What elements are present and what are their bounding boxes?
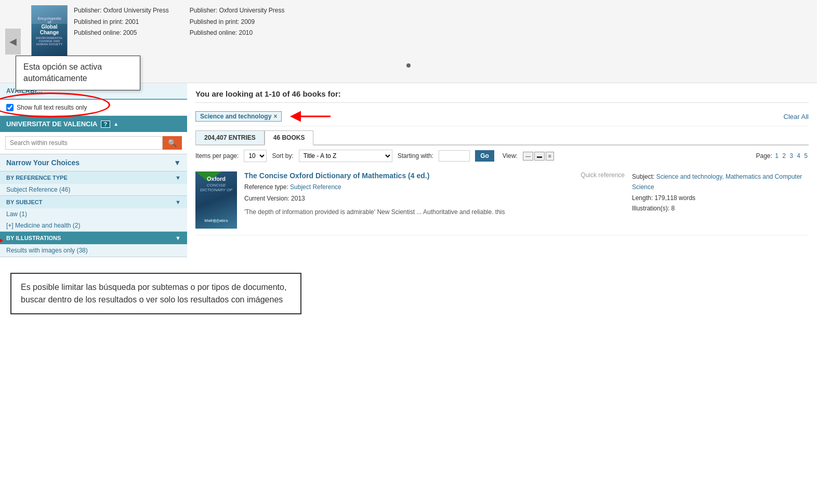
narrow-toggle-icon: ▼ — [174, 158, 181, 167]
go-button[interactable]: Go — [475, 150, 494, 162]
page-navigation: Page: 1 2 3 4 5 — [756, 152, 809, 160]
institution-toggle-icon: ▲ — [113, 121, 118, 127]
institution-name: UNIVERSITAT DE VALENCIA — [6, 120, 98, 128]
book-result-1: Oxford CONCISE DICTIONARY OF Mathematics… — [195, 165, 809, 235]
view-grid-icon[interactable]: ▬ — [534, 152, 545, 161]
filter-tags-row: Science and technology × Clear All — [195, 107, 809, 126]
full-text-checkbox-row: Esta opción se activa automáticamente Sh… — [0, 100, 187, 116]
carousel-book-2: Publisher: Oxford University Press Publi… — [190, 5, 285, 39]
institution-bar[interactable]: UNIVERSITAT DE VALENCIA ? ▲ — [0, 116, 187, 132]
book-meta-2: Publisher: Oxford University Press Publi… — [190, 5, 285, 39]
filter-tag-close-button[interactable]: × — [273, 113, 277, 120]
tooltip-bottom-box: Es posible limitar las búsqueda por subt… — [10, 273, 301, 314]
narrow-illustrations-section: BY ILLUSTRATIONS ▼ Results with images o… — [0, 232, 187, 257]
book-description: 'The depth of information provided is ad… — [244, 207, 625, 217]
narrow-subject-header[interactable]: BY SUBJECT ▼ — [0, 196, 187, 208]
view-label: View: — [503, 152, 518, 160]
results-header: You are looking at 1-10 of 46 books for: — [195, 83, 809, 103]
tabs-row: 204,407 ENTRIES 46 BOOKS — [195, 130, 809, 145]
sidebar: AVAILABI... Esta opción se activa automá… — [0, 83, 187, 273]
view-icons-group: — ▬ ≡ — [523, 152, 554, 161]
clear-all-button[interactable]: Clear All — [784, 113, 809, 121]
narrow-ref-type-section: BY REFERENCE TYPE ▼ Subject Reference (4… — [0, 171, 187, 196]
book-cover-1[interactable]: Encyclopedia of Global Change ENVIRONMEN… — [31, 5, 68, 57]
narrow-subject-item-2[interactable]: [+] Medicine and health (2) — [0, 220, 187, 231]
main-layout: AVAILABI... Esta opción se activa automá… — [0, 83, 817, 273]
carousel-dot-1[interactable] — [406, 63, 411, 68]
narrow-illustrations-header[interactable]: BY ILLUSTRATIONS ▼ — [0, 232, 187, 244]
starting-with-label: Starting with: — [398, 152, 433, 160]
book-meta-1: Publisher: Oxford University Press Publi… — [74, 5, 169, 57]
book-result-right-1: Subject: Science and technology, Mathema… — [632, 171, 809, 229]
narrow-ref-type-item-1[interactable]: Subject Reference (46) — [0, 184, 187, 195]
narrow-choices-title[interactable]: Narrow Your Choices ▼ — [0, 154, 187, 171]
book-result-cover-1[interactable]: Oxford CONCISE DICTIONARY OF Mathematics… — [195, 171, 237, 229]
book-title-link[interactable]: The Concise Oxford Dictionary of Mathema… — [244, 171, 625, 180]
narrow-ref-type-arrow: ▼ — [175, 175, 181, 181]
narrow-ref-type-header[interactable]: BY REFERENCE TYPE ▼ — [0, 171, 187, 184]
narrow-choices-section: Narrow Your Choices ▼ BY REFERENCE TYPE … — [0, 154, 187, 257]
filter-tag-science: Science and technology × — [195, 111, 282, 122]
illustrations-item-1[interactable]: Results with images only (38) — [0, 244, 187, 257]
starting-with-input[interactable] — [439, 150, 470, 162]
cover-logo-text: CONCISE DICTIONARY OF — [195, 183, 237, 192]
content-area: You are looking at 1-10 of 46 books for:… — [187, 83, 817, 235]
search-icon: 🔍 — [168, 139, 177, 147]
page-4-link[interactable]: 4 — [797, 152, 800, 160]
cover-oxford-text: Oxford — [195, 176, 237, 182]
institution-help-badge[interactable]: ? — [101, 121, 111, 128]
search-within-input[interactable] — [5, 136, 163, 150]
search-within-row: 🔍 — [5, 136, 182, 150]
illustrations-toggle-icon: ▼ — [175, 235, 181, 241]
page-1-link[interactable]: 1 — [775, 152, 779, 160]
sort-by-select[interactable]: Title - A to Z — [299, 150, 392, 162]
narrow-subject-item-1[interactable]: Law (1) — [0, 208, 187, 220]
carousel-prev-button[interactable]: ◀ — [5, 29, 21, 55]
items-per-page-label: Items per page: — [195, 152, 239, 160]
search-within-button[interactable]: 🔍 — [163, 136, 182, 150]
chevron-left-icon: ◀ — [9, 36, 17, 47]
book-result-meta-1: Reference type: Subject Reference Curren… — [244, 182, 625, 204]
page-2-link[interactable]: 2 — [782, 152, 786, 160]
page-5-link[interactable]: 5 — [804, 152, 808, 160]
full-text-label: Show full text results only — [17, 104, 87, 111]
book-result-info-1: Quick reference The Concise Oxford Dicti… — [244, 171, 625, 229]
sort-by-label: Sort by: — [272, 152, 293, 160]
view-list-icon[interactable]: — — [523, 152, 533, 161]
page-3-link[interactable]: 3 — [789, 152, 793, 160]
full-text-checkbox[interactable] — [6, 104, 14, 111]
carousel-book-1: Encyclopedia of Global Change ENVIRONMEN… — [31, 5, 169, 57]
view-compact-icon[interactable]: ≡ — [546, 152, 554, 161]
tab-books[interactable]: 46 BOOKS — [265, 130, 314, 145]
controls-row: Items per page: 10 Sort by: Title - A to… — [195, 150, 809, 162]
tooltip-top-box: Esta opción se activa automáticamente — [16, 56, 140, 90]
tab-entries[interactable]: 204,407 ENTRIES — [195, 130, 265, 144]
narrow-subject-section: BY SUBJECT ▼ Law (1) [+] Medicine and he… — [0, 196, 187, 232]
carousel-content: Encyclopedia of Global Change ENVIRONMEN… — [0, 5, 817, 57]
quick-ref-label: Quick reference — [581, 171, 625, 179]
items-per-page-select[interactable]: 10 — [244, 150, 267, 162]
narrow-subject-arrow: ▼ — [175, 199, 181, 205]
